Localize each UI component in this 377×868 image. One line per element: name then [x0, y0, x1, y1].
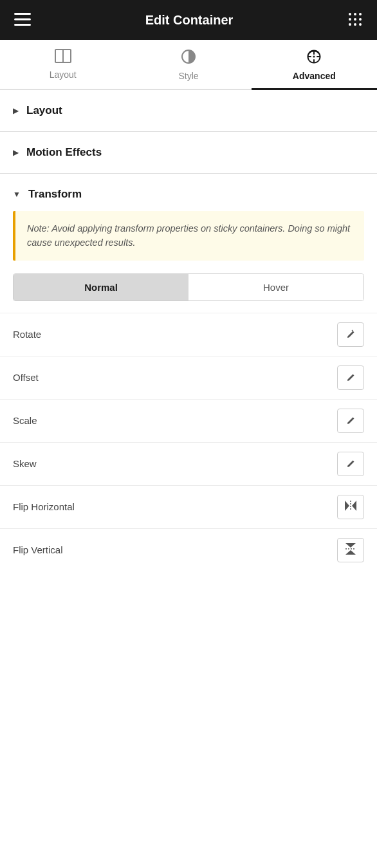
svg-marker-19 [345, 550, 356, 555]
svg-rect-0 [14, 13, 31, 15]
flip-horizontal-button[interactable] [337, 495, 364, 519]
transform-chevron-icon: ▼ [13, 190, 21, 199]
motion-effects-section-title: Motion Effects [26, 146, 102, 159]
skew-row: Skew [0, 442, 377, 485]
svg-point-6 [349, 18, 351, 21]
skew-edit-icon [345, 459, 356, 469]
svg-marker-16 [352, 501, 356, 511]
layout-icon [55, 49, 71, 66]
tab-layout-label: Layout [50, 69, 77, 80]
app-container: Edit Container Layou [0, 0, 377, 868]
svg-point-5 [359, 13, 362, 15]
flip-horizontal-row: Flip Horizontal [0, 485, 377, 528]
layout-section: ▶ Layout [0, 90, 377, 132]
motion-effects-section-header[interactable]: ▶ Motion Effects [0, 132, 377, 173]
svg-point-11 [359, 23, 362, 26]
svg-point-7 [354, 18, 356, 21]
transform-section: ▼ Transform Note: Avoid applying transfo… [0, 174, 377, 578]
motion-effects-section: ▶ Motion Effects [0, 132, 377, 174]
svg-point-3 [349, 13, 351, 15]
svg-point-9 [349, 23, 351, 26]
offset-edit-button[interactable] [337, 365, 364, 390]
offset-label: Offset [13, 372, 39, 383]
transform-section-header[interactable]: ▼ Transform [0, 174, 377, 211]
layout-section-header[interactable]: ▶ Layout [0, 90, 377, 131]
svg-rect-1 [14, 18, 31, 20]
svg-point-4 [354, 13, 356, 15]
flip-horizontal-icon [345, 501, 356, 513]
style-icon [181, 49, 196, 67]
grid-icon[interactable] [345, 9, 365, 32]
rotate-edit-button[interactable] [337, 322, 364, 347]
layout-chevron-icon: ▶ [13, 106, 19, 115]
advanced-icon [306, 49, 322, 67]
transform-note-box: Note: Avoid applying transform propertie… [13, 211, 364, 261]
rotate-label: Rotate [13, 329, 41, 340]
tab-advanced-label: Advanced [293, 71, 336, 81]
flip-horizontal-label: Flip Horizontal [13, 501, 75, 512]
rotate-edit-icon [345, 329, 356, 340]
flip-vertical-button[interactable] [337, 538, 364, 562]
svg-point-8 [359, 18, 362, 21]
motion-effects-chevron-icon: ▶ [13, 148, 19, 157]
svg-marker-18 [345, 543, 356, 548]
skew-label: Skew [13, 458, 37, 469]
skew-edit-button[interactable] [337, 452, 364, 476]
tab-advanced[interactable]: Advanced [252, 40, 377, 89]
svg-point-10 [354, 23, 356, 26]
header: Edit Container [0, 0, 377, 40]
transform-toggle-row: Normal Hover [13, 273, 364, 301]
svg-marker-15 [345, 501, 349, 511]
transform-section-title: Transform [28, 188, 82, 201]
svg-rect-2 [14, 24, 31, 26]
layout-section-title: Layout [26, 104, 62, 117]
offset-edit-icon [345, 373, 356, 383]
tab-style-label: Style [178, 71, 198, 81]
header-title: Edit Container [145, 13, 234, 28]
flip-vertical-icon [345, 543, 356, 557]
scale-edit-icon [345, 416, 356, 426]
rotate-row: Rotate [0, 313, 377, 356]
scale-row: Scale [0, 399, 377, 442]
tabs-bar: Layout Style Advanced [0, 40, 377, 90]
transform-note-text: Note: Avoid applying transform propertie… [27, 223, 350, 248]
scale-edit-button[interactable] [337, 409, 364, 433]
scale-label: Scale [13, 415, 37, 426]
toggle-hover-button[interactable]: Hover [188, 274, 363, 300]
toggle-normal-button[interactable]: Normal [14, 274, 188, 300]
flip-vertical-row: Flip Vertical [0, 528, 377, 571]
hamburger-icon[interactable] [12, 10, 33, 30]
tab-style[interactable]: Style [125, 40, 251, 89]
offset-row: Offset [0, 356, 377, 399]
flip-vertical-label: Flip Vertical [13, 544, 63, 555]
tab-layout[interactable]: Layout [0, 40, 125, 89]
